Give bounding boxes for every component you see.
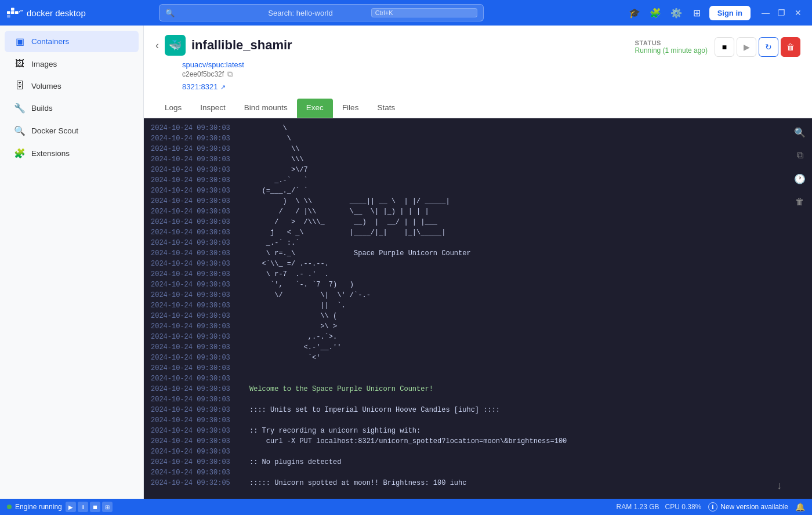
log-line: 2024-10-24 09:30:03 >\/7 [144,165,812,175]
clock-icon[interactable]: 🕐 [791,169,809,188]
settings-icon[interactable]: ⚙️ [668,4,685,21]
search-log-icon[interactable]: 🔍 [791,123,809,142]
log-line: 2024-10-24 09:30:03 / > /\\\_ __) | __/ … [144,217,812,227]
search-icon: 🔍 [165,9,263,17]
log-line: 2024-10-24 09:30:03 [144,394,812,405]
docker-scout-icon: 🔍 [14,125,26,136]
sidebar: ▣ Containers 🖼 Images 🗄 Volumes 🔧 Builds… [0,26,144,499]
svg-rect-2 [15,11,19,14]
engine-play-btn[interactable]: ▶ [66,502,76,512]
tab-stats[interactable]: Stats [368,99,404,118]
minimize-button[interactable]: — [759,6,773,20]
container-icon: 🐳 [165,35,186,56]
engine-settings-btn[interactable]: ⊞ [102,502,113,512]
learn-icon[interactable]: 🎓 [626,4,643,21]
sidebar-label-containers: Containers [31,37,69,46]
new-version-notice[interactable]: ℹ New version available [708,502,788,512]
log-container: 2024-10-24 09:30:03 \2024-10-24 09:30:03… [144,123,812,488]
bottom-right: RAM 1.23 GB CPU 0.38% ℹ New version avai… [617,502,805,512]
bell-icon[interactable]: 🔔 [795,502,805,512]
sidebar-label-extensions: Extensions [31,149,70,158]
stop-button[interactable]: ■ [715,37,734,57]
extensions-icon[interactable]: 🧩 [647,4,664,21]
sidebar-label-volumes: Volumes [31,82,61,90]
status-section: STATUS Running (1 minute ago) ■ ▶ ↻ 🗑 [635,37,800,57]
sign-in-button[interactable]: Sign in [709,6,751,20]
log-line: 2024-10-24 09:30:03 :: No plugins detect… [144,457,812,467]
scroll-to-bottom[interactable]: ↓ [777,480,782,492]
bottom-bar: Engine running ▶ ⏸ ⏹ ⊞ RAM 1.23 GB CPU 0… [0,499,812,515]
container-name: infallible_shamir [191,38,292,53]
svg-rect-1 [11,11,14,14]
app-title: docker desktop [27,8,86,18]
engine-status-dot [7,505,12,509]
log-line: 2024-10-24 09:30:03 _.-` ` [144,175,812,186]
close-button[interactable]: ✕ [791,6,805,20]
log-line: 2024-10-24 09:30:03 \\ [144,144,812,154]
log-line: 2024-10-24 09:30:03 `<' [144,353,812,363]
play-button[interactable]: ▶ [737,37,756,57]
sidebar-item-builds[interactable]: 🔧 Builds [5,97,139,119]
search-shortcut: Ctrl+K [371,8,477,17]
volumes-icon: 🗄 [14,81,26,91]
log-line: 2024-10-24 09:30:03 ) \ \\ ____|| __ \ |… [144,196,812,206]
ram-info: RAM 1.23 GB CPU 0.38% [617,503,702,511]
main-layout: ▣ Containers 🖼 Images 🗄 Volumes 🔧 Builds… [0,26,812,499]
log-line: 2024-10-24 09:30:03 [144,415,812,426]
sidebar-item-volumes[interactable]: 🗄 Volumes [5,75,139,96]
log-line: 2024-10-24 09:30:03 || `. [144,300,812,311]
external-link-icon[interactable]: ↗ [220,84,226,90]
containers-icon: ▣ [14,36,26,47]
maximize-button[interactable]: ❐ [775,6,789,20]
window-controls: — ❐ ✕ [759,6,805,20]
copy-id-icon[interactable]: ⧉ [227,70,233,79]
sidebar-label-docker-scout: Docker Scout [31,126,78,135]
log-line: 2024-10-24 09:30:03 / / |\\ \__ \| |_) |… [144,206,812,217]
tab-files[interactable]: Files [333,99,368,118]
builds-icon: 🔧 [14,103,26,114]
status-text: Running (1 minute ago) [635,46,708,55]
tab-inspect[interactable]: Inspect [191,99,235,118]
log-line: 2024-10-24 09:30:03 (=___._/` ` [144,186,812,196]
container-id-row: c2ee0f5bc32f ⧉ [182,70,292,79]
status-info: STATUS Running (1 minute ago) [635,39,708,55]
sidebar-label-builds: Builds [31,104,53,113]
log-line: 2024-10-24 09:30:03 j < _\ |____/|_| |_|… [144,227,812,238]
container-id: c2ee0f5bc32f [182,70,224,78]
sidebar-item-containers[interactable]: ▣ Containers [5,31,139,52]
app-logo[interactable]: docker desktop [7,5,86,21]
engine-stop-btn[interactable]: ⏹ [90,502,100,512]
search-bar[interactable]: 🔍 Search: hello-world Ctrl+K [159,4,484,21]
log-line: 2024-10-24 09:30:03 [144,447,812,457]
log-line: 2024-10-24 09:30:03 <`\\_ =/ .--.--. [144,259,812,269]
engine-controls: ▶ ⏸ ⏹ ⊞ [66,502,113,512]
clear-log-icon[interactable]: 🗑 [791,193,809,211]
copy-log-icon[interactable]: ⧉ [791,146,809,165]
search-text: Search: hello-world [268,9,366,17]
log-line: 2024-10-24 09:30:03 \/ \| \' /`-.- [144,290,812,300]
log-line: 2024-10-24 09:30:03 _.-` :.` [144,238,812,248]
log-line: 2024-10-24 09:30:03 [144,363,812,373]
delete-button[interactable]: 🗑 [781,37,800,57]
engine-status: Engine running ▶ ⏸ ⏹ ⊞ [7,502,113,512]
log-line: 2024-10-24 09:30:03 curl -X PUT localhos… [144,436,812,447]
sidebar-item-extensions[interactable]: 🧩 Extensions [5,143,139,164]
sidebar-item-images[interactable]: 🖼 Images [5,53,139,74]
container-image-link[interactable]: spuacv/spuc:latest [182,60,244,69]
log-line: 2024-10-24 09:30:03 \ r-7 .- .' . [144,269,812,280]
tab-bind-mounts[interactable]: Bind mounts [235,99,297,118]
sidebar-item-docker-scout[interactable]: 🔍 Docker Scout [5,120,139,142]
tab-exec[interactable]: Exec [297,99,333,118]
back-button[interactable]: ‹ [155,39,159,52]
log-line: 2024-10-24 09:30:03 \ [144,123,812,133]
restart-button[interactable]: ↻ [759,37,778,57]
log-line: 2024-10-24 09:30:03 \ [144,133,812,144]
tab-logs[interactable]: Logs [155,99,191,118]
container-port-link[interactable]: 8321:8321 [182,82,217,91]
engine-pause-btn[interactable]: ⏸ [78,502,88,512]
log-line: 2024-10-24 09:32:05 ::::: Unicorn spotte… [144,478,812,488]
sidebar-label-images: Images [31,60,57,68]
tabs: Logs Inspect Bind mounts Exec Files Stat… [155,99,800,118]
grid-icon[interactable]: ⊞ [688,4,706,21]
log-area[interactable]: 2024-10-24 09:30:03 \2024-10-24 09:30:03… [144,118,812,499]
